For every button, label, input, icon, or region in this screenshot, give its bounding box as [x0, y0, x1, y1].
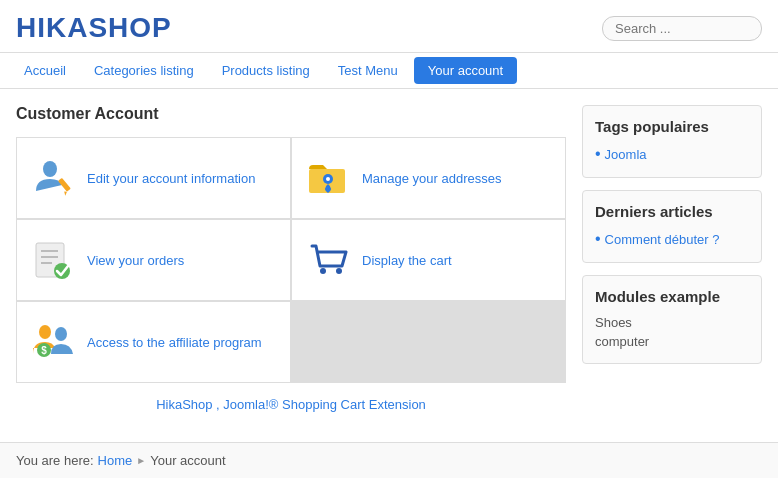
module-shoes: Shoes [595, 313, 749, 332]
page-title: Customer Account [16, 105, 566, 123]
breadcrumb: You are here: Home ► Your account [0, 442, 778, 478]
main-content: Customer Account Edit your account infor… [16, 105, 566, 426]
header: HIKASHOP [0, 0, 778, 53]
sidebar: Tags populaires Joomla Derniers articles… [582, 105, 762, 426]
view-orders-link[interactable]: View your orders [87, 253, 184, 268]
breadcrumb-arrow: ► [136, 455, 146, 466]
search-input[interactable] [602, 16, 762, 41]
main-nav: Accueil Categories listing Products list… [0, 53, 778, 89]
account-cell-addresses: Manage your addresses [292, 138, 565, 218]
footer-link[interactable]: HikaShop , Joomla!® Shopping Cart Extens… [16, 383, 566, 426]
person-edit-icon [31, 156, 75, 200]
orders-icon [31, 238, 75, 282]
logo: HIKASHOP [16, 12, 172, 44]
nav-item-categories[interactable]: Categories listing [80, 53, 208, 88]
account-cell-edit: Edit your account information [17, 138, 290, 218]
svg-point-14 [55, 327, 67, 341]
tags-title: Tags populaires [595, 118, 749, 135]
breadcrumb-prefix: You are here: [16, 453, 94, 468]
svg-point-0 [43, 161, 57, 177]
modules-box: Modules example Shoes computer [582, 275, 762, 364]
breadcrumb-home[interactable]: Home [98, 453, 133, 468]
cart-icon [306, 238, 350, 282]
affiliate-link[interactable]: Access to the affiliate program [87, 335, 262, 350]
edit-account-link[interactable]: Edit your account information [87, 171, 255, 186]
display-cart-link[interactable]: Display the cart [362, 253, 452, 268]
nav-item-your-account[interactable]: Your account [414, 57, 517, 84]
account-cell-cart: Display the cart [292, 220, 565, 300]
folder-location-icon [306, 156, 350, 200]
articles-box: Derniers articles Comment débuter ? [582, 190, 762, 263]
account-cell-orders: View your orders [17, 220, 290, 300]
nav-item-test-menu[interactable]: Test Menu [324, 53, 412, 88]
nav-item-products[interactable]: Products listing [208, 53, 324, 88]
svg-point-13 [39, 325, 51, 339]
article-comment[interactable]: Comment débuter ? [595, 228, 749, 250]
module-computer: computer [595, 332, 749, 351]
svg-point-5 [326, 177, 330, 181]
main-layout: Customer Account Edit your account infor… [0, 89, 778, 442]
articles-title: Derniers articles [595, 203, 749, 220]
account-cell-affiliate: $ Access to the affiliate program [17, 302, 290, 382]
tag-joomla[interactable]: Joomla [595, 143, 749, 165]
account-grid: Edit your account information Manage you… [16, 137, 566, 383]
tags-box: Tags populaires Joomla [582, 105, 762, 178]
breadcrumb-current: Your account [150, 453, 225, 468]
affiliate-icon: $ [31, 320, 75, 364]
svg-point-12 [336, 268, 342, 274]
svg-point-11 [320, 268, 326, 274]
svg-text:$: $ [41, 345, 47, 356]
nav-item-accueil[interactable]: Accueil [10, 53, 80, 88]
manage-addresses-link[interactable]: Manage your addresses [362, 171, 501, 186]
modules-title: Modules example [595, 288, 749, 305]
